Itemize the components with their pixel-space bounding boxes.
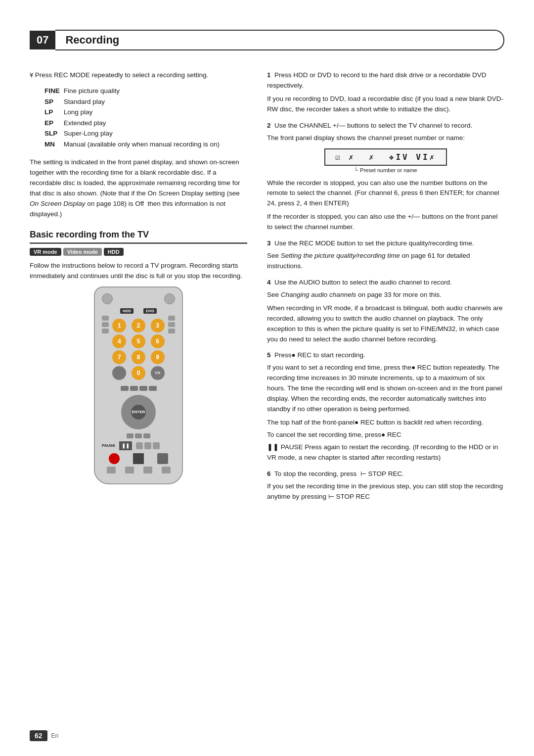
- list-item: SP Standard play: [44, 96, 247, 107]
- page-number: 62: [30, 730, 47, 741]
- mode-desc: Extended play: [64, 119, 106, 127]
- mode-code: FINE: [44, 86, 62, 96]
- right-column: 1 Press HDD or DVD to record to the hard…: [267, 70, 504, 508]
- remote-container: HDD DVD 1: [30, 286, 247, 484]
- badge-vr-mode: VR mode: [30, 248, 61, 256]
- list-item: LP Long play: [44, 107, 247, 118]
- hdd-label: HDD: [120, 308, 134, 314]
- stop-button-icon: [133, 453, 144, 464]
- left-column: Press REC MODE repeatedly to select a re…: [30, 70, 247, 508]
- num-6: 6: [151, 334, 165, 348]
- small-btn-4: [162, 467, 171, 473]
- lang-label: En: [51, 732, 59, 739]
- remote-top-btn-right: [164, 293, 175, 304]
- step-5-backlit: The top half of the front-panel● REC but…: [267, 418, 504, 428]
- num-3: 3: [151, 319, 165, 332]
- badge-video-mode: Video mode: [63, 248, 102, 256]
- small-btn-1: [107, 467, 116, 473]
- mode-code: EP: [44, 118, 62, 129]
- display-box-container: ☑ ✗ ✗ ❖IV VI✗ Preset number or name: [267, 148, 504, 173]
- bottom-control-row: [102, 453, 175, 464]
- small-btn-3: [143, 467, 152, 473]
- bottom-row-buttons: [102, 467, 175, 473]
- step-1-text: 1 Press HDD or DVD to record to the hard…: [267, 70, 504, 91]
- step-5: 5 Press● REC to start recording. If you …: [267, 350, 504, 463]
- step-4-extra: See Changing audio channels on page 33 f…: [267, 290, 504, 300]
- number-grid: 1 2 3 4 5 6 7 8 9 0 CH: [111, 319, 166, 380]
- step-2-front-panel: If the recorder is stopped, you can also…: [267, 212, 504, 233]
- nav-circle: ENTER: [121, 395, 156, 429]
- remote-source-labels: HDD DVD: [102, 308, 175, 314]
- mode-desc: Fine picture quality: [64, 87, 120, 94]
- enter-btn: ENTER: [131, 405, 146, 420]
- num-1: 1: [112, 319, 126, 332]
- pause-btn: ❚❚: [119, 441, 132, 450]
- display-box: ☑ ✗ ✗ ❖IV VI✗: [324, 148, 447, 166]
- pause-section: PAUSE ❚❚: [102, 441, 175, 450]
- page-footer: 62 En: [30, 730, 504, 741]
- step-6-text: 6 To stop the recording, press ⊢ STOP RE…: [267, 469, 504, 479]
- pause-label: PAUSE: [102, 443, 115, 448]
- num-9: 9: [151, 350, 165, 364]
- step-2: 2 Use the CHANNEL +/— buttons to select …: [267, 121, 504, 233]
- mode-desc: Super-Long play: [64, 130, 113, 137]
- mode-button-icon: [157, 453, 168, 464]
- num-5: 5: [132, 334, 145, 348]
- mode-code: SP: [44, 96, 62, 107]
- step-5-text: 5 Press● REC to start recording.: [267, 350, 504, 361]
- step-2-text: 2 Use the CHANNEL +/— buttons to select …: [267, 121, 504, 131]
- body-paragraph: The setting is indicated in the front pa…: [30, 157, 247, 220]
- num-0: 0: [132, 366, 145, 380]
- bullet-intro: Press REC MODE repeatedly to select a re…: [30, 70, 247, 81]
- rec-button-icon: [109, 453, 120, 464]
- remote-illustration: HDD DVD 1: [94, 286, 183, 484]
- step-1: 1 Press HDD or DVD to record to the hard…: [267, 70, 504, 115]
- list-item: FINE Fine picture quality: [44, 86, 247, 96]
- step-3: 3 Use the REC MODE button to set the pic…: [267, 238, 504, 272]
- step-4-text: 4 Use the AUDIO button to select the aud…: [267, 278, 504, 288]
- chapter-number: 07: [30, 31, 55, 49]
- step-2-while: While the recorder is stopped, you can a…: [267, 178, 504, 209]
- step-5-cancel: To cancel the set recording time, press●…: [267, 430, 504, 440]
- num-0-left: [112, 366, 126, 380]
- mode-badges: VR mode Video mode HDD: [30, 248, 247, 256]
- content-area: Press REC MODE repeatedly to select a re…: [30, 70, 504, 508]
- step-3-extra: See Setting the picture quality/recordin…: [267, 251, 504, 272]
- step-4: 4 Use the AUDIO button to select the aud…: [267, 278, 504, 345]
- mode-code: MN: [44, 139, 62, 150]
- chapter-header: 07 Recording: [30, 30, 504, 50]
- step-2-extra: The front panel display shows the channe…: [267, 133, 504, 143]
- small-btn-2: [125, 467, 134, 473]
- list-item: SLP Super-Long play: [44, 128, 247, 139]
- section-heading: Basic recording from the TV: [30, 230, 247, 244]
- num-8: 8: [132, 350, 145, 364]
- display-label: Preset number or name: [354, 167, 417, 173]
- step-4-vr: When recording in VR mode, if a broadcas…: [267, 303, 504, 345]
- remote-top-btn-left: [102, 293, 113, 304]
- step-6: 6 To stop the recording, press ⊢ STOP RE…: [267, 469, 504, 502]
- channel-btn: CH: [151, 366, 165, 380]
- step-5-pause: ❚❚ PAUSE Press again to restart the reco…: [267, 442, 504, 463]
- dvd-label: DVD: [143, 308, 157, 314]
- num-2: 2: [132, 319, 145, 332]
- step-5-extra: If you want to set a recording end time,…: [267, 363, 504, 415]
- step-3-text: 3 Use the REC MODE button to set the pic…: [267, 238, 504, 249]
- mode-desc: Manual (available only when manual recor…: [64, 141, 220, 148]
- badge-hdd: HDD: [104, 248, 124, 256]
- list-item: EP Extended play: [44, 118, 247, 129]
- page: 07 Recording Press REC MODE repeatedly t…: [0, 0, 534, 756]
- step-6-extra: If you set the recording time in the pre…: [267, 481, 504, 502]
- modes-list: FINE Fine picture quality SP Standard pl…: [30, 86, 247, 150]
- mode-code: LP: [44, 107, 62, 118]
- num-7: 7: [112, 350, 126, 364]
- follow-text: Follow the instructions below to record …: [30, 261, 247, 282]
- remote-top-area: [102, 293, 175, 304]
- step-1-extra: If you re recording to DVD, load a recor…: [267, 94, 504, 115]
- mode-code: SLP: [44, 128, 62, 139]
- chapter-title: Recording: [55, 30, 504, 50]
- bullet-section: Press REC MODE repeatedly to select a re…: [30, 70, 247, 149]
- list-item: MN Manual (available only when manual re…: [44, 139, 247, 150]
- num-4: 4: [112, 334, 126, 348]
- mode-desc: Standard play: [64, 98, 105, 105]
- mode-desc: Long play: [64, 108, 93, 116]
